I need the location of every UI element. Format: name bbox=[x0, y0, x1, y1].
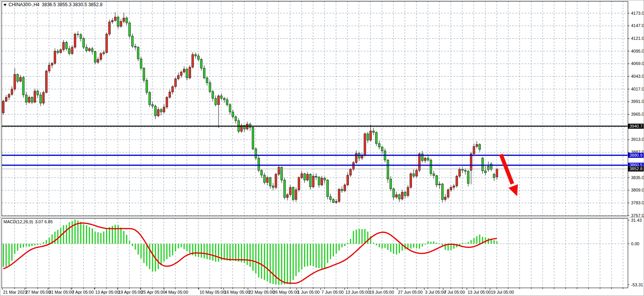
bullish-candle bbox=[120, 21, 122, 26]
macd-histogram-bar bbox=[258, 244, 259, 277]
bearish-candle bbox=[22, 77, 24, 95]
price-badge-label: 3852.8 bbox=[630, 166, 643, 171]
bearish-candle bbox=[37, 91, 39, 95]
bearish-candle bbox=[269, 178, 271, 186]
macd-axis-label: 31.43 bbox=[631, 218, 642, 222]
price-axis-label: 3835.0 bbox=[631, 175, 644, 180]
bearish-candle bbox=[212, 91, 214, 98]
date-axis-label: 26 May 05:00 bbox=[273, 290, 299, 294]
macd-histogram-bar bbox=[23, 244, 24, 247]
bearish-candle bbox=[441, 184, 443, 199]
date-axis-label: 27 Jun 05:00 bbox=[398, 290, 423, 294]
macd-histogram-bar bbox=[344, 244, 345, 246]
bullish-candle bbox=[103, 53, 105, 54]
macd-histogram-bar bbox=[229, 244, 231, 261]
macd-histogram-bar bbox=[17, 244, 18, 251]
bullish-candle bbox=[54, 51, 56, 63]
symbol-dropdown-icon[interactable] bbox=[3, 4, 7, 6]
macd-histogram-bar bbox=[178, 244, 179, 248]
macd-histogram-bar bbox=[362, 229, 363, 244]
bearish-candle bbox=[387, 160, 389, 179]
bullish-candle bbox=[424, 158, 426, 161]
macd-histogram-bar bbox=[301, 244, 302, 270]
bullish-candle bbox=[14, 74, 16, 89]
macd-histogram-bar bbox=[20, 244, 21, 248]
macd-histogram-bar bbox=[175, 244, 176, 252]
macd-histogram-bar bbox=[313, 244, 314, 266]
macd-histogram-bar bbox=[120, 228, 121, 244]
bullish-candle bbox=[192, 55, 194, 67]
bearish-candle bbox=[226, 100, 228, 105]
bullish-candle bbox=[352, 163, 354, 169]
macd-histogram-bar bbox=[103, 231, 104, 244]
macd-histogram-bar bbox=[249, 244, 251, 267]
bearish-candle bbox=[146, 80, 148, 92]
macd-histogram-bar bbox=[425, 244, 426, 245]
date-axis-label: 19 Jun 05:00 bbox=[369, 290, 394, 294]
macd-histogram-bar bbox=[186, 244, 188, 251]
macd-histogram-bar bbox=[34, 244, 36, 245]
price-axis-label: 4147.0 bbox=[631, 23, 644, 28]
date-axis-label: 10 May 05:00 bbox=[200, 290, 225, 294]
macd-histogram-bar bbox=[430, 242, 432, 244]
bullish-candle bbox=[45, 71, 47, 92]
macd-histogram-bar bbox=[126, 235, 127, 244]
macd-histogram-bar bbox=[422, 244, 423, 246]
macd-histogram-bar bbox=[281, 244, 282, 284]
macd-histogram-bar bbox=[169, 244, 170, 257]
bearish-candle bbox=[413, 174, 415, 176]
bullish-candle bbox=[20, 77, 22, 81]
macd-histogram-bar bbox=[140, 244, 142, 258]
macd-histogram-bar bbox=[270, 244, 271, 283]
macd-histogram-bar bbox=[92, 228, 93, 244]
chart-window: 4173.04147.04121.04095.04069.04043.04017… bbox=[0, 0, 644, 296]
chart-canvas[interactable]: 4173.04147.04121.04095.04069.04043.04017… bbox=[0, 0, 644, 296]
macd-histogram-bar bbox=[347, 243, 348, 244]
bearish-candle bbox=[126, 18, 128, 23]
bearish-candle bbox=[330, 197, 331, 200]
bullish-candle bbox=[8, 94, 10, 98]
macd-axis-label: -53.31 bbox=[631, 282, 643, 287]
macd-histogram-bar bbox=[442, 244, 443, 245]
bullish-candle bbox=[321, 178, 323, 185]
bearish-candle bbox=[493, 174, 495, 178]
macd-histogram-bar bbox=[333, 244, 334, 257]
bullish-candle bbox=[476, 145, 478, 147]
bullish-candle bbox=[338, 189, 340, 201]
macd-histogram-bar bbox=[350, 239, 351, 244]
bearish-candle bbox=[398, 195, 400, 199]
bullish-candle bbox=[34, 91, 36, 102]
bullish-candle bbox=[344, 185, 346, 191]
macd-histogram-bar bbox=[307, 244, 308, 266]
date-axis-label: 3 Jul 05:00 bbox=[425, 290, 446, 294]
macd-histogram-bar bbox=[396, 244, 397, 255]
bullish-candle bbox=[307, 174, 309, 180]
bullish-candle bbox=[278, 168, 280, 175]
macd-histogram-bar bbox=[83, 224, 84, 244]
bearish-candle bbox=[132, 36, 133, 46]
macd-histogram-bar bbox=[235, 244, 236, 261]
bearish-candle bbox=[203, 68, 205, 78]
macd-histogram-bar bbox=[419, 244, 420, 249]
bearish-candle bbox=[91, 49, 93, 52]
bullish-candle bbox=[287, 195, 289, 198]
macd-histogram-bar bbox=[203, 244, 205, 258]
macd-histogram-bar bbox=[218, 244, 219, 262]
macd-histogram-bar bbox=[390, 244, 391, 252]
bearish-candle bbox=[433, 174, 435, 176]
bearish-candle bbox=[372, 131, 374, 132]
price-axis-label: 3913.0 bbox=[631, 137, 644, 142]
bullish-candle bbox=[11, 89, 13, 94]
macd-histogram-bar bbox=[149, 244, 150, 269]
bearish-candle bbox=[309, 174, 311, 187]
bearish-candle bbox=[17, 74, 19, 81]
macd-histogram-bar bbox=[462, 243, 463, 244]
macd-histogram-bar bbox=[97, 232, 99, 244]
bearish-candle bbox=[378, 144, 380, 147]
macd-histogram-bar bbox=[296, 244, 297, 276]
symbol-period-label: CHINA300-,H4 bbox=[9, 2, 39, 7]
bearish-candle bbox=[134, 46, 136, 48]
macd-histogram-bar bbox=[11, 244, 12, 261]
bullish-candle bbox=[439, 184, 441, 185]
macd-histogram-bar bbox=[189, 244, 190, 253]
